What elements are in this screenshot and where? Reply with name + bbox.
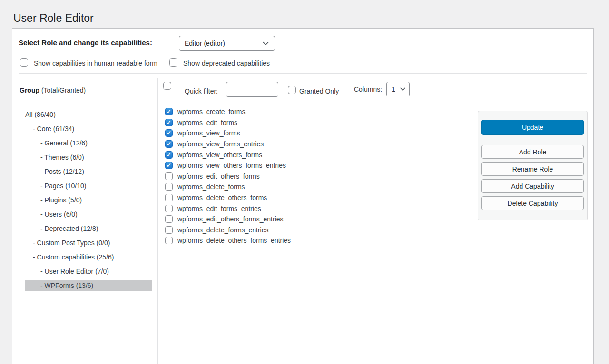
capability-row: wpforms_create_forms: [165, 106, 291, 117]
capability-row: wpforms_edit_forms_entries: [165, 203, 291, 214]
capability-checkbox[interactable]: [165, 162, 173, 169]
role-select[interactable]: Editor (editor): [179, 36, 275, 51]
group-heading-rest: (Total/Granted): [39, 86, 86, 94]
actions-divider: [481, 140, 584, 140]
capability-label[interactable]: wpforms_view_others_forms_entries: [177, 162, 286, 169]
capability-checkbox[interactable]: [165, 215, 173, 223]
capability-label[interactable]: wpforms_edit_forms_entries: [177, 205, 261, 212]
group-tree-item[interactable]: - Users (6/0): [25, 207, 152, 221]
capability-row: wpforms_delete_others_forms: [165, 192, 291, 203]
group-tree-item-label: - Posts (12/12): [25, 168, 84, 175]
group-tree-item[interactable]: - Pages (10/10): [25, 179, 152, 193]
capability-checkbox[interactable]: [165, 119, 173, 126]
group-column-heading: Group (Total/Granted): [20, 86, 86, 94]
capability-label[interactable]: wpforms_delete_forms: [177, 183, 245, 191]
columns-label: Columns:: [354, 86, 382, 93]
capability-row: wpforms_delete_forms_entries: [165, 225, 291, 236]
actions-panel: Update Add RoleRename RoleAdd Capability…: [478, 111, 588, 220]
chevron-down-icon: [400, 87, 405, 91]
capabilities-list: wpforms_create_forms wpforms_edit_forms …: [165, 106, 291, 246]
human-readable-checkbox[interactable]: [20, 58, 28, 67]
capability-row: wpforms_delete_forms: [165, 182, 291, 192]
capability-checkbox[interactable]: [165, 151, 173, 159]
select-role-label: Select Role and change its capabilities:: [19, 38, 152, 47]
horizontal-divider: [19, 73, 587, 74]
capability-row: wpforms_edit_forms: [165, 117, 291, 128]
capability-checkbox[interactable]: [165, 226, 173, 234]
action-button[interactable]: Add Role: [481, 145, 584, 159]
capability-row: wpforms_view_others_forms_entries: [165, 160, 291, 171]
capability-label[interactable]: wpforms_view_forms: [177, 129, 240, 137]
group-tree-item-label: - Custom Post Types (0/0): [25, 239, 110, 247]
action-button[interactable]: Add Capability: [481, 179, 584, 193]
capability-label[interactable]: wpforms_create_forms: [177, 108, 245, 115]
group-tree-item-label: - Deprecated (12/8): [25, 225, 98, 232]
capability-label[interactable]: wpforms_edit_others_forms: [177, 172, 260, 180]
capability-label[interactable]: wpforms_view_forms_entries: [177, 140, 264, 148]
capability-row: wpforms_view_forms: [165, 128, 291, 139]
group-tree-item[interactable]: - Custom Post Types (0/0): [25, 236, 152, 250]
horizontal-divider: [19, 101, 587, 101]
capability-label[interactable]: wpforms_delete_others_forms: [177, 194, 267, 201]
capability-groups-tree: All (86/40)- Core (61/34)- General (12/6…: [25, 102, 152, 293]
capability-checkbox[interactable]: [165, 108, 173, 115]
select-all-checkbox[interactable]: [163, 82, 171, 90]
group-tree-item-label: - Plugins (5/0): [25, 196, 82, 204]
group-tree-item-label: - Core (61/34): [25, 125, 74, 133]
capability-label[interactable]: wpforms_view_others_forms: [177, 151, 262, 159]
group-tree-item[interactable]: - General (12/6): [25, 136, 152, 150]
action-button[interactable]: Delete Capability: [481, 196, 584, 210]
vertical-divider: [157, 78, 158, 364]
capability-row: wpforms_delete_others_forms_entries: [165, 235, 291, 246]
capability-label[interactable]: wpforms_edit_forms: [177, 119, 237, 126]
group-tree-item-label: - WPForms (13/6): [25, 282, 93, 289]
capability-checkbox[interactable]: [165, 205, 173, 212]
secondary-actions: Add RoleRename RoleAdd CapabilityDelete …: [481, 145, 584, 210]
human-readable-label[interactable]: Show capabilities in human readable form: [34, 59, 157, 67]
capability-label[interactable]: wpforms_delete_others_forms_entries: [177, 237, 291, 244]
capability-checkbox[interactable]: [165, 183, 173, 191]
quick-filter-label: Quick filter:: [185, 87, 218, 95]
group-tree-item[interactable]: - Themes (6/0): [25, 150, 152, 164]
group-tree-item[interactable]: - Posts (12/12): [25, 164, 152, 179]
columns-select-value: 1: [392, 86, 395, 93]
group-tree-item[interactable]: - Plugins (5/0): [25, 193, 152, 207]
action-button[interactable]: Rename Role: [481, 162, 584, 176]
capability-label[interactable]: wpforms_edit_others_forms_entries: [177, 215, 284, 223]
group-tree-item[interactable]: - Deprecated (12/8): [25, 221, 152, 236]
group-tree-item-label: - Users (6/0): [25, 211, 78, 218]
group-tree-item-label: - User Role Editor (7/0): [25, 268, 109, 275]
page-title: User Role Editor: [13, 12, 94, 25]
capability-row: wpforms_edit_others_forms_entries: [165, 214, 291, 225]
granted-only-checkbox[interactable]: [288, 86, 296, 94]
group-tree-item-label: - Pages (10/10): [25, 182, 87, 190]
columns-select[interactable]: 1: [386, 82, 410, 96]
group-tree-item[interactable]: - Custom capabilities (25/6): [25, 250, 152, 264]
group-tree-item-label: - Custom capabilities (25/6): [25, 253, 114, 261]
group-heading-bold: Group: [20, 86, 39, 94]
group-tree-item[interactable]: - User Role Editor (7/0): [25, 264, 152, 278]
chevron-down-icon: [263, 41, 269, 46]
role-select-value: Editor (editor): [185, 39, 225, 47]
group-tree-item-label: All (86/40): [25, 111, 56, 118]
capability-checkbox[interactable]: [165, 140, 173, 148]
granted-only-label[interactable]: Granted Only: [299, 87, 339, 95]
capability-checkbox[interactable]: [165, 194, 173, 201]
deprecated-checkbox[interactable]: [169, 58, 177, 67]
user-role-editor-panel: Select Role and change its capabilities:…: [12, 28, 594, 364]
capability-checkbox[interactable]: [165, 172, 173, 180]
capability-checkbox[interactable]: [165, 129, 173, 137]
group-tree-item[interactable]: All (86/40): [25, 107, 152, 122]
capability-row: wpforms_view_forms_entries: [165, 139, 291, 150]
capability-label[interactable]: wpforms_delete_forms_entries: [177, 226, 268, 234]
capability-row: wpforms_view_others_forms: [165, 149, 291, 160]
group-tree-item-label: - Themes (6/0): [25, 153, 84, 161]
update-button[interactable]: Update: [481, 120, 584, 135]
quick-filter-input[interactable]: [226, 82, 278, 97]
group-tree-item-label: - General (12/6): [25, 139, 88, 147]
capability-checkbox[interactable]: [165, 237, 173, 244]
capability-row: wpforms_edit_others_forms: [165, 171, 291, 182]
group-tree-item[interactable]: - WPForms (13/6): [25, 278, 152, 293]
deprecated-label[interactable]: Show deprecated capabilities: [183, 59, 270, 67]
group-tree-item[interactable]: - Core (61/34): [25, 122, 152, 136]
